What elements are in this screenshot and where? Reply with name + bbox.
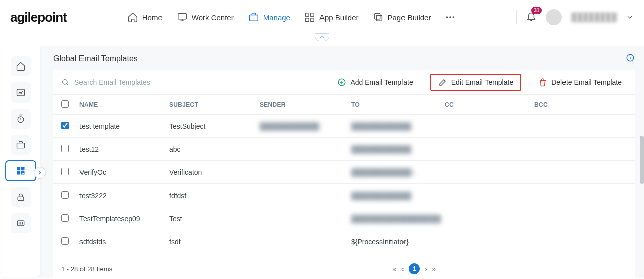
svg-rect-15 <box>21 167 24 171</box>
cell-subject: Verificaton <box>169 168 260 176</box>
home-icon <box>127 12 138 23</box>
panel: Add Email Template Edit Email Template D… <box>53 70 635 278</box>
col-name[interactable]: NAME <box>79 101 169 108</box>
avatar[interactable] <box>546 9 562 25</box>
cell-subject: TestSubject <box>169 122 260 130</box>
table-row[interactable]: TestTemplatesep09Test██████████████████ <box>53 207 635 230</box>
svg-point-8 <box>446 16 448 18</box>
col-to[interactable]: TO <box>351 101 445 108</box>
row-checkbox[interactable] <box>61 191 69 199</box>
trash-icon <box>538 78 547 87</box>
nav-item-work-center[interactable]: Work Center <box>177 12 234 23</box>
nav-item-manage[interactable]: Manage <box>248 12 290 23</box>
collapse-button[interactable] <box>315 33 329 41</box>
pager-last[interactable]: » <box>432 265 436 273</box>
nav-item-home[interactable]: Home <box>127 12 163 23</box>
cell-subject: fdfdsf <box>169 192 260 200</box>
cell-to: ██████████████████ <box>351 215 445 223</box>
edit-template-button[interactable]: Edit Email Template <box>430 74 521 91</box>
table-row[interactable]: VerifyOcVerificaton████████████n <box>53 161 635 184</box>
side-home[interactable] <box>11 56 31 76</box>
col-cc[interactable]: CC <box>445 101 534 108</box>
chevron-down-icon[interactable] <box>626 13 634 21</box>
add-template-button[interactable]: Add Email Template <box>332 75 418 90</box>
side-settings[interactable] <box>11 213 31 233</box>
action-label: Add Email Template <box>350 78 413 86</box>
svg-rect-7 <box>374 14 380 19</box>
row-checkbox[interactable] <box>61 145 69 152</box>
info-button[interactable] <box>626 53 635 64</box>
side-analytics[interactable] <box>11 82 31 103</box>
grid-icon <box>304 12 315 23</box>
action-label: Delete Email Template <box>551 78 622 86</box>
cell-to: ████████████ <box>351 192 445 200</box>
cell-subject: abc <box>169 145 260 153</box>
nav-item-more[interactable] <box>445 12 456 23</box>
svg-rect-2 <box>306 13 309 16</box>
svg-rect-4 <box>306 18 309 21</box>
svg-rect-5 <box>311 18 314 21</box>
pager-next[interactable]: › <box>425 265 427 273</box>
row-checkbox[interactable] <box>61 237 69 245</box>
more-icon <box>445 12 456 23</box>
delete-template-button[interactable]: Delete Email Template <box>533 75 627 90</box>
table-row[interactable]: sdfdsfdsfsdf${ProcessInitiator} <box>53 230 635 253</box>
row-checkbox[interactable] <box>61 168 69 175</box>
top-nav: agilepoint Home Work Center Manage App B… <box>0 0 644 34</box>
pager-prev[interactable]: ‹ <box>401 265 404 273</box>
row-checkbox[interactable] <box>61 122 69 129</box>
svg-point-10 <box>453 16 455 18</box>
briefcase-icon <box>16 140 26 150</box>
sliders-icon <box>16 218 26 228</box>
notification-badge: 31 <box>531 7 542 14</box>
nav-item-label: Work Center <box>192 13 234 22</box>
nav-item-label: Page Builder <box>388 13 431 22</box>
search-input[interactable] <box>74 78 175 86</box>
nav-right: 31 ████████ <box>516 9 634 25</box>
nav-item-page-builder[interactable]: Page Builder <box>373 12 431 23</box>
col-bcc[interactable]: BCC <box>534 101 627 108</box>
side-timer[interactable] <box>11 109 31 129</box>
table-row[interactable]: test12abc████████████ <box>53 138 635 161</box>
cell-name: test12 <box>79 145 169 153</box>
row-checkbox[interactable] <box>61 260 69 261</box>
search-box <box>61 78 192 86</box>
side-work[interactable] <box>11 135 31 155</box>
side-security[interactable] <box>11 187 31 207</box>
toolbar: Add Email Template Edit Email Template D… <box>53 70 635 95</box>
svg-point-9 <box>450 16 452 18</box>
sidebar <box>1 46 40 277</box>
pager-first[interactable]: « <box>393 265 396 273</box>
col-subject[interactable]: SUBJECT <box>169 101 260 108</box>
table-row[interactable]: test templateTestSubject████████████████… <box>53 115 635 138</box>
select-all-checkbox[interactable] <box>61 100 69 108</box>
pager-summary: 1 - 28 of 28 Items <box>61 265 112 273</box>
sidebar-expand[interactable] <box>34 167 46 179</box>
row-checkbox[interactable] <box>61 214 69 222</box>
col-sender[interactable]: SENDER <box>260 101 351 108</box>
table-row[interactable]: test3222fdfdsf████████████ <box>53 184 635 207</box>
table-row[interactable]: dsadasdasdas${ProcessInitiator} <box>53 253 635 260</box>
svg-rect-16 <box>17 171 20 175</box>
cell-to: ████████████ <box>351 145 445 153</box>
stopwatch-icon <box>16 114 26 124</box>
chevron-right-icon <box>37 170 43 176</box>
side-apps[interactable] <box>6 161 36 181</box>
svg-rect-3 <box>311 13 314 16</box>
notifications-button[interactable]: 31 <box>526 11 537 24</box>
pencil-icon <box>438 78 447 87</box>
table-header: NAME SUBJECT SENDER TO CC BCC <box>53 95 635 115</box>
cell-sender: ████████████ <box>260 122 351 130</box>
logo: agilepoint <box>10 10 67 25</box>
nav-item-app-builder[interactable]: App Builder <box>304 12 359 23</box>
pager: « ‹ 1 › » <box>393 263 436 274</box>
svg-rect-14 <box>17 167 20 171</box>
user-name: ████████ <box>571 13 617 22</box>
cell-name: sdfdsfds <box>79 238 169 246</box>
chevron-up-icon <box>319 34 325 40</box>
svg-rect-1 <box>249 15 258 21</box>
pager-page[interactable]: 1 <box>409 263 420 274</box>
search-icon <box>61 78 69 86</box>
copy-icon <box>373 12 384 23</box>
page-scrollbar[interactable] <box>640 136 644 184</box>
